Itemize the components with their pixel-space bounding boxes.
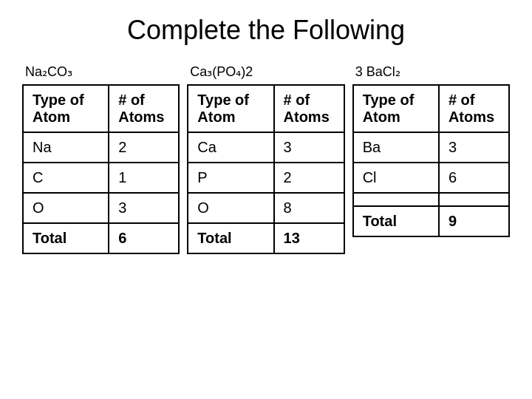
table-label-3bacl2: 3 BaCl₂ [352,64,400,80]
cell-count-3bacl2-0: 3 [439,132,509,163]
table-row: Ba3 [353,132,509,163]
col-num-header-na2co3: # of Atoms [109,85,179,132]
cell-type-na2co3-2: O [23,193,109,223]
table-label-ca3po4_2: Ca₃(PO₄)2 [187,64,253,80]
table-row: C1 [23,163,179,193]
cell-type-3bacl2-1: Cl [353,163,439,193]
col-type-header-3bacl2: Type of Atom [353,85,439,132]
table-row: O3 [23,193,179,223]
table-row: Ca3 [188,132,344,163]
col-num-header-3bacl2: # of Atoms [439,85,509,132]
cell-count-3bacl2-1: 6 [439,163,509,193]
cell-type-ca3po4_2-1: P [188,163,273,193]
cell-count-na2co3-2: 3 [109,193,179,223]
col-type-header-na2co3: Type of Atom [23,85,109,132]
table-section-3bacl2: 3 BaCl₂Type of Atom# of AtomsBa3Cl6Total… [352,64,510,254]
page-title: Complete the Following [127,15,405,46]
table-label-na2co3: Na₂CO₃ [22,64,72,80]
cell-type-ca3po4_2-3: Total [188,223,273,253]
table-row: Total9 [353,206,509,236]
cell-count-na2co3-3: 6 [109,223,179,253]
table-row: Na2 [23,132,179,163]
table-row: Total13 [188,223,344,253]
cell-type-ca3po4_2-0: Ca [188,132,273,163]
table-row: Total6 [23,223,179,253]
cell-type-na2co3-1: C [23,163,109,193]
col-type-header-ca3po4_2: Type of Atom [188,85,273,132]
cell-type-na2co3-0: Na [23,132,109,163]
table-na2co3: Type of Atom# of AtomsNa2C1O3Total6 [22,84,180,254]
cell-type-3bacl2-2 [353,193,439,206]
cell-count-na2co3-0: 2 [109,132,179,163]
cell-count-ca3po4_2-1: 2 [274,163,344,193]
table-row: O8 [188,193,344,223]
table-section-na2co3: Na₂CO₃Type of Atom# of AtomsNa2C1O3Total… [22,64,180,254]
tables-container: Na₂CO₃Type of Atom# of AtomsNa2C1O3Total… [22,64,510,254]
cell-count-3bacl2-2 [439,193,509,206]
col-num-header-ca3po4_2: # of Atoms [274,85,344,132]
table-row: P2 [188,163,344,193]
table-3bacl2: Type of Atom# of AtomsBa3Cl6Total9 [352,84,510,237]
cell-type-3bacl2-3: Total [353,206,439,236]
cell-type-ca3po4_2-2: O [188,193,273,223]
cell-type-3bacl2-0: Ba [353,132,439,163]
cell-count-ca3po4_2-2: 8 [274,193,344,223]
cell-type-na2co3-3: Total [23,223,109,253]
cell-count-ca3po4_2-3: 13 [274,223,344,253]
cell-count-3bacl2-3: 9 [439,206,509,236]
table-ca3po4_2: Type of Atom# of AtomsCa3P2O8Total13 [187,84,344,254]
cell-count-ca3po4_2-0: 3 [274,132,344,163]
table-section-ca3po4_2: Ca₃(PO₄)2Type of Atom# of AtomsCa3P2O8To… [187,64,344,254]
table-row [353,193,509,206]
cell-count-na2co3-1: 1 [109,163,179,193]
table-row: Cl6 [353,163,509,193]
